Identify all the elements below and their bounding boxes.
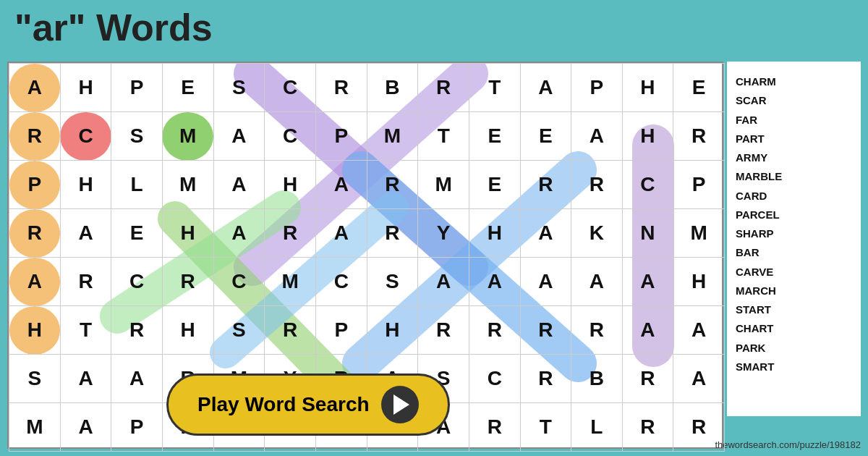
grid-cell: A <box>571 258 623 306</box>
grid-cell: R <box>622 403 673 452</box>
grid-cell: A <box>622 258 673 306</box>
grid-cell: R <box>60 258 111 306</box>
grid-cell: S <box>213 306 265 355</box>
grid-cell: R <box>673 403 725 452</box>
grid-cell: H <box>162 306 213 355</box>
word-list-item: CHARM <box>736 72 852 91</box>
grid-cell: P <box>571 64 623 112</box>
grid-cell: T <box>469 64 521 112</box>
grid-cell: R <box>622 355 673 403</box>
grid-cell: R <box>673 112 725 161</box>
grid-cell: K <box>571 209 623 258</box>
grid-cell: H <box>60 64 111 112</box>
word-list-item: PART <box>736 130 852 148</box>
grid-cell: C <box>265 64 316 112</box>
grid-cell: C <box>60 112 111 161</box>
grid-cell: A <box>673 355 725 403</box>
grid-cell: P <box>673 161 725 209</box>
grid-cell: C <box>316 258 367 306</box>
grid-cell: P <box>316 306 367 355</box>
grid-cell: M <box>162 112 213 161</box>
word-list-item: CARVE <box>736 263 852 282</box>
grid-cell: A <box>520 258 571 306</box>
word-list: CHARMSCARFARPARTARMYMARBLECARDPARCELSHAR… <box>727 62 861 416</box>
grid-cell: R <box>9 112 61 161</box>
grid-cell: A <box>316 209 367 258</box>
play-button-label: Play Word Search <box>197 393 370 416</box>
grid-cell: A <box>520 209 571 258</box>
word-list-item: PARK <box>736 339 852 358</box>
grid-cell: M <box>367 112 418 161</box>
grid-cell: A <box>60 355 111 403</box>
word-list-item: SCAR <box>736 91 852 110</box>
grid-cell: S <box>367 258 418 306</box>
grid-cell: T <box>60 306 111 355</box>
word-list-item: START <box>736 300 852 319</box>
play-icon <box>381 386 419 423</box>
grid-cell: P <box>316 112 367 161</box>
grid-cell: R <box>520 306 571 355</box>
grid-cell: C <box>265 112 316 161</box>
grid-cell: B <box>367 64 418 112</box>
grid-cell: T <box>418 112 469 161</box>
grid-cell: M <box>673 209 725 258</box>
grid-cell: C <box>111 258 163 306</box>
grid-cell: R <box>571 161 623 209</box>
word-list-item: BAR <box>736 243 852 262</box>
grid-cell: R <box>469 403 521 452</box>
grid-cell: L <box>571 403 623 452</box>
grid-cell: H <box>673 258 725 306</box>
grid-cell: R <box>9 209 61 258</box>
grid-cell: R <box>520 161 571 209</box>
grid-cell: H <box>469 209 521 258</box>
grid-cell: E <box>111 209 163 258</box>
grid-cell: A <box>571 112 623 161</box>
grid-cell: R <box>265 209 316 258</box>
grid-cell: A <box>60 403 111 452</box>
grid-cell: A <box>418 258 469 306</box>
grid-cell: H <box>265 161 316 209</box>
word-list-item: MARCH <box>736 282 852 300</box>
grid-cell: Y <box>418 209 469 258</box>
grid-cell: R <box>469 306 521 355</box>
grid-cell: S <box>111 112 163 161</box>
grid-cell: P <box>111 64 163 112</box>
grid-cell: C <box>622 161 673 209</box>
grid-cell: L <box>111 161 163 209</box>
grid-cell: A <box>60 209 111 258</box>
grid-cell: P <box>9 161 61 209</box>
grid-cell: P <box>111 403 163 452</box>
grid-cell: B <box>571 355 623 403</box>
grid-cell: H <box>367 306 418 355</box>
grid-cell: M <box>9 403 61 452</box>
word-list-item: SHARP <box>736 224 852 243</box>
grid-cell: H <box>60 161 111 209</box>
grid-cell: N <box>622 209 673 258</box>
grid-cell: A <box>9 258 61 306</box>
grid-cell: A <box>673 306 725 355</box>
grid-cell: A <box>213 209 265 258</box>
page-title: "ar" Words <box>14 6 213 49</box>
grid-cell: A <box>469 258 521 306</box>
word-list-item: ARMY <box>736 148 852 167</box>
word-list-item: MARBLE <box>736 167 852 186</box>
grid-cell: S <box>213 64 265 112</box>
grid-cell: H <box>9 306 61 355</box>
play-button[interactable]: Play Word Search <box>166 373 450 436</box>
word-list-item: CHART <box>736 319 852 338</box>
grid-cell: M <box>265 258 316 306</box>
word-list-item: PARCEL <box>736 206 852 224</box>
grid-cell: E <box>673 64 725 112</box>
grid-cell: M <box>418 161 469 209</box>
grid-cell: R <box>520 355 571 403</box>
grid-cell: A <box>111 355 163 403</box>
grid-cell: H <box>622 64 673 112</box>
grid-cell: E <box>162 64 213 112</box>
word-list-item: CARD <box>736 187 852 206</box>
grid-cell: T <box>520 403 571 452</box>
grid-cell: A <box>316 161 367 209</box>
grid-cell: A <box>213 112 265 161</box>
grid-cell: R <box>162 258 213 306</box>
grid-cell: R <box>367 209 418 258</box>
grid-cell: A <box>622 306 673 355</box>
